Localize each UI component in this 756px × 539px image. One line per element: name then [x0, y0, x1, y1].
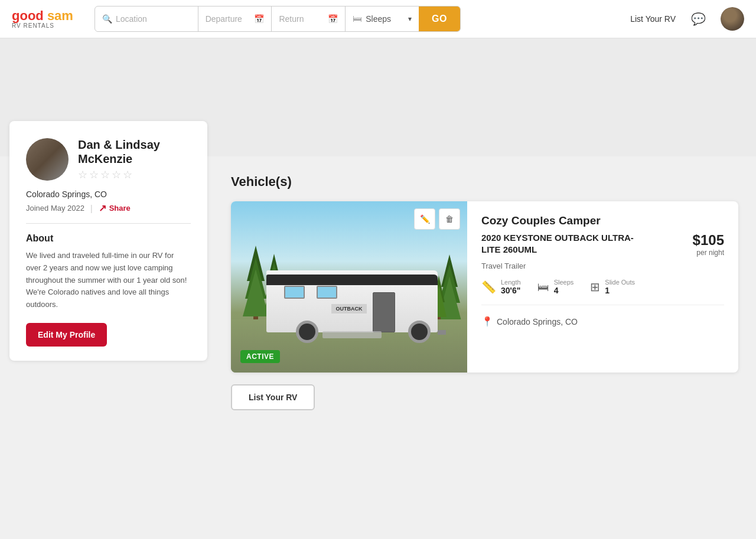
- calendar-icon-return: 📅: [328, 14, 338, 24]
- list-rv-button[interactable]: List Your RV: [231, 384, 315, 410]
- location-section[interactable]: 🔍: [95, 6, 198, 31]
- location-input[interactable]: [116, 14, 191, 24]
- vehicle-model: 2020 KEYSTONE OUTBACK ULTRA-LITE 260UML: [481, 232, 635, 255]
- avatar[interactable]: [721, 7, 744, 31]
- bed-icon: 🛏: [353, 14, 362, 24]
- list-rv-button-wrap: List Your RV: [231, 384, 738, 410]
- header: good sam RV Rentals 🔍 Departure 📅 Return…: [0, 0, 756, 38]
- profile-card: Dan & Lindsay McKenzie ☆ ☆ ☆ ☆ ☆ Colorad…: [9, 121, 207, 361]
- share-button[interactable]: ↗ Share: [99, 202, 131, 214]
- return-section[interactable]: Return 📅: [272, 6, 346, 31]
- departure-placeholder: Departure: [206, 14, 255, 24]
- logo-good: good: [12, 8, 47, 23]
- rv-wheel-right: [408, 321, 431, 343]
- sleeps-section[interactable]: 🛏 Sleeps ▾: [346, 6, 419, 31]
- profile-name: Dan & Lindsay McKenzie: [78, 138, 191, 166]
- sleeps-icon: 🛏: [537, 280, 549, 294]
- vehicle-price-block: $105 per night: [693, 232, 724, 257]
- vehicle-price: $105: [693, 232, 724, 249]
- spec-sleeps-details: Sleeps 4: [554, 279, 574, 295]
- rv-window-2: [317, 286, 337, 299]
- rv-window-1: [284, 286, 305, 299]
- slideouts-icon: ⊞: [590, 280, 600, 294]
- vehicles-section: Vehicle(s): [207, 156, 756, 428]
- profile-location: Colorado Springs, CO: [26, 190, 191, 199]
- vehicle-edit-buttons: ✏️ 🗑: [414, 208, 460, 230]
- location-pin-icon: 📍: [481, 316, 493, 327]
- slideouts-label: Slide Outs: [605, 279, 635, 286]
- calendar-icon-departure: 📅: [254, 14, 264, 24]
- rv-stripe: [266, 275, 438, 285]
- sleeps-label: Sleeps: [366, 14, 408, 24]
- vehicle-type: Travel Trailer: [481, 262, 724, 270]
- vehicle-card: OUTBACK ACTIVE ✏️ 🗑 Cozy Couples Camper …: [231, 201, 738, 373]
- star-5: ☆: [123, 168, 132, 181]
- joined-date: Joined May 2022: [26, 204, 84, 213]
- spec-length: 📏 Length 30'6": [481, 279, 521, 295]
- logo[interactable]: good sam RV Rentals: [12, 9, 73, 29]
- vehicle-location-row: 📍 Colorado Springs, CO: [481, 316, 724, 327]
- delete-vehicle-button[interactable]: 🗑: [439, 208, 460, 230]
- spec-slideouts: ⊞ Slide Outs 1: [590, 279, 635, 295]
- sleeps-value: 4: [554, 286, 574, 295]
- logo-sam: sam: [47, 8, 73, 23]
- about-text: We lived and traveled full-time in our R…: [26, 250, 191, 311]
- slideouts-value: 1: [605, 286, 635, 295]
- vehicle-specs: 📏 Length 30'6" 🛏 Sleeps 4: [481, 279, 724, 305]
- spec-sleeps: 🛏 Sleeps 4: [537, 279, 574, 295]
- vehicle-location: Colorado Springs, CO: [497, 317, 578, 326]
- star-1: ☆: [78, 168, 87, 181]
- profile-avatar-image: [26, 138, 69, 181]
- avatar-image: [721, 7, 744, 31]
- about-section: About We lived and traveled full-time in…: [26, 233, 191, 311]
- stars-row: ☆ ☆ ☆ ☆ ☆: [78, 168, 191, 181]
- about-title: About: [26, 233, 191, 244]
- rv-door: [373, 292, 395, 332]
- star-4: ☆: [112, 168, 121, 181]
- profile-name-block: Dan & Lindsay McKenzie ☆ ☆ ☆ ☆ ☆: [78, 138, 191, 181]
- return-placeholder: Return: [279, 14, 328, 24]
- sleeps-label: Sleeps: [554, 279, 574, 286]
- spec-slideouts-details: Slide Outs 1: [605, 279, 635, 295]
- share-icon: ↗: [99, 202, 106, 214]
- search-bar: 🔍 Departure 📅 Return 📅 🛏 Sleeps ▾ GO: [94, 6, 461, 32]
- search-icon: 🔍: [102, 14, 112, 24]
- divider: |: [90, 204, 93, 213]
- spec-length-details: Length 30'6": [501, 279, 521, 295]
- vehicle-per-night: per night: [693, 249, 724, 257]
- logo-text: good sam: [12, 9, 73, 22]
- header-right: List Your RV 💬: [630, 7, 744, 31]
- chevron-down-icon: ▾: [408, 15, 412, 23]
- rv-hitch: [438, 330, 446, 335]
- share-label: Share: [109, 204, 131, 213]
- chat-icon[interactable]: 💬: [687, 8, 709, 30]
- go-button[interactable]: GO: [419, 6, 460, 32]
- logo-rv-rentals: RV Rentals: [12, 22, 54, 29]
- rv-logo: OUTBACK: [331, 304, 367, 313]
- vehicle-info: Cozy Couples Camper 2020 KEYSTONE OUTBAC…: [467, 201, 738, 373]
- vehicle-image-wrap: OUTBACK ACTIVE ✏️ 🗑: [231, 201, 467, 373]
- meta-row: Joined May 2022 | ↗ Share: [26, 202, 191, 224]
- active-badge: ACTIVE: [240, 350, 280, 363]
- edit-profile-button[interactable]: Edit My Profile: [26, 323, 107, 347]
- edit-vehicle-button[interactable]: ✏️: [414, 208, 435, 230]
- profile-header: Dan & Lindsay McKenzie ☆ ☆ ☆ ☆ ☆: [26, 138, 191, 181]
- length-label: Length: [501, 279, 521, 286]
- rv-deck: [322, 331, 382, 338]
- length-value: 30'6": [501, 286, 521, 295]
- vehicle-model-row: 2020 KEYSTONE OUTBACK ULTRA-LITE 260UML …: [481, 232, 724, 257]
- profile-avatar: [26, 138, 69, 181]
- rv-wheel-left: [296, 321, 318, 343]
- departure-section[interactable]: Departure 📅: [198, 6, 272, 31]
- list-rv-link[interactable]: List Your RV: [630, 14, 676, 24]
- star-2: ☆: [89, 168, 99, 181]
- vehicles-title: Vehicle(s): [231, 174, 738, 190]
- content-layout: Dan & Lindsay McKenzie ☆ ☆ ☆ ☆ ☆ Colorad…: [0, 156, 756, 428]
- vehicle-name: Cozy Couples Camper: [481, 214, 724, 227]
- star-3: ☆: [100, 168, 110, 181]
- length-icon: 📏: [481, 280, 496, 294]
